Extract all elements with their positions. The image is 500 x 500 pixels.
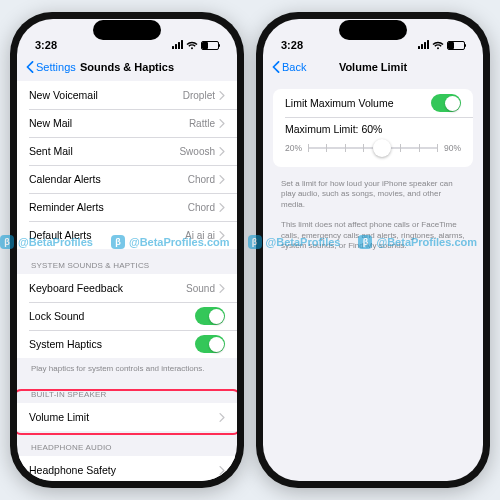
list-row[interactable]: New MailRattle — [17, 109, 237, 137]
headphone-group: Headphone SafetyPersonalized Spatial Aud… — [17, 456, 237, 481]
list-row[interactable]: Reminder AlertsChord — [17, 193, 237, 221]
toggle-switch[interactable] — [431, 94, 461, 112]
row-label: Lock Sound — [29, 310, 195, 322]
section-header-headphone: Headphone Audio — [17, 433, 237, 456]
slider-max-label: 90% — [444, 143, 461, 153]
row-label: New Voicemail — [29, 89, 183, 101]
cellular-icon — [171, 39, 183, 51]
system-group: Keyboard FeedbackSoundLock SoundSystem H… — [17, 274, 237, 358]
row-limit-toggle[interactable]: Limit Maximum Volume — [273, 89, 473, 117]
row-volume-limit[interactable]: Volume Limit — [17, 403, 237, 431]
slider-thumb[interactable] — [373, 139, 391, 157]
row-label: Calendar Alerts — [29, 173, 188, 185]
chevron-right-icon — [219, 466, 225, 475]
list-row[interactable]: Lock Sound — [17, 302, 237, 330]
nav-bar: Settings Sounds & Haptics — [17, 53, 237, 81]
speaker-group: Volume Limit — [17, 403, 237, 431]
row-value: Rattle — [189, 118, 215, 129]
iphone-frame-right: 3:28 Back Volume Limit Limit Maximum Vol… — [256, 12, 490, 488]
list-row[interactable]: System Haptics — [17, 330, 237, 358]
toggle-switch[interactable] — [195, 335, 225, 353]
toggle-switch[interactable] — [195, 307, 225, 325]
status-time: 3:28 — [35, 39, 57, 51]
back-label: Back — [282, 61, 306, 73]
row-label: Keyboard Feedback — [29, 282, 186, 294]
dynamic-island — [339, 20, 407, 40]
limit-group: Limit Maximum Volume Maximum Limit: 60% … — [273, 89, 473, 167]
nav-bar: Back Volume Limit — [263, 53, 483, 81]
chevron-right-icon — [219, 119, 225, 128]
status-time: 3:28 — [281, 39, 303, 51]
wifi-icon — [186, 41, 198, 50]
row-value: Swoosh — [179, 146, 215, 157]
row-value: Chord — [188, 174, 215, 185]
list-row[interactable]: Keyboard FeedbackSound — [17, 274, 237, 302]
back-button[interactable]: Settings — [25, 61, 76, 73]
list-row[interactable]: Headphone Safety — [17, 456, 237, 481]
cellular-icon — [417, 39, 429, 51]
back-label: Settings — [36, 61, 76, 73]
section-header-speaker: Built-in Speaker — [17, 380, 237, 403]
chevron-left-icon — [271, 61, 281, 73]
chevron-right-icon — [219, 284, 225, 293]
row-value: Sound — [186, 283, 215, 294]
row-value: Droplet — [183, 90, 215, 101]
list-row[interactable]: Sent MailSwoosh — [17, 137, 237, 165]
alerts-group: New VoicemailDropletNew MailRattleSent M… — [17, 81, 237, 249]
row-slider: Maximum Limit: 60% 20% 90% — [273, 117, 473, 167]
battery-icon — [447, 41, 465, 50]
screen-sounds-haptics: 3:28 Settings Sounds & Haptics New Voice… — [17, 19, 237, 481]
row-label: Limit Maximum Volume — [285, 97, 431, 109]
battery-icon — [201, 41, 219, 50]
section-header-system: System Sounds & Haptics — [17, 251, 237, 274]
list-row[interactable]: Calendar AlertsChord — [17, 165, 237, 193]
section-footer-system: Play haptics for system controls and int… — [17, 360, 237, 380]
back-button[interactable]: Back — [271, 61, 306, 73]
row-label: Headphone Safety — [29, 464, 215, 476]
slider-label: Maximum Limit: 60% — [285, 123, 461, 135]
row-label: New Mail — [29, 117, 189, 129]
chevron-right-icon — [219, 413, 225, 422]
row-label: Volume Limit — [29, 411, 219, 423]
footer-text-2: This limit does not affect phone calls o… — [263, 220, 483, 251]
list-row[interactable]: Default AlertsAi ai ai — [17, 221, 237, 249]
row-label: Sent Mail — [29, 145, 179, 157]
row-value: Ai ai ai — [185, 230, 215, 241]
iphone-frame-left: 3:28 Settings Sounds & Haptics New Voice… — [10, 12, 244, 488]
slider-min-label: 20% — [285, 143, 302, 153]
row-value: Chord — [188, 202, 215, 213]
chevron-right-icon — [219, 203, 225, 212]
dynamic-island — [93, 20, 161, 40]
list-row[interactable]: New VoicemailDroplet — [17, 81, 237, 109]
wifi-icon — [432, 41, 444, 50]
footer-text-1: Set a limit for how loud your iPhone spe… — [263, 175, 483, 220]
chevron-right-icon — [219, 147, 225, 156]
row-label: Reminder Alerts — [29, 201, 188, 213]
chevron-right-icon — [219, 231, 225, 240]
row-label: Default Alerts — [29, 229, 185, 241]
chevron-left-icon — [25, 61, 35, 73]
row-label: System Haptics — [29, 338, 195, 350]
volume-slider[interactable] — [308, 141, 438, 155]
screen-volume-limit: 3:28 Back Volume Limit Limit Maximum Vol… — [263, 19, 483, 481]
chevron-right-icon — [219, 175, 225, 184]
chevron-right-icon — [219, 91, 225, 100]
